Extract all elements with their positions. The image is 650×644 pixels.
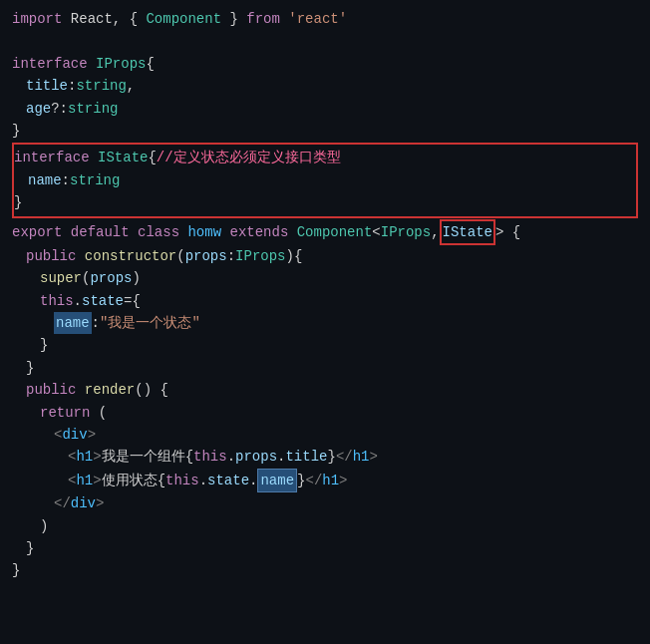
state-value-string: "我是一个状态" [100, 312, 200, 334]
code-line-10: export default class homw extends Compon… [12, 219, 638, 245]
code-line-3: interface IProps { [12, 53, 638, 75]
code-line-16: } [12, 357, 638, 379]
code-line-22: </ div > [12, 492, 638, 514]
code-line-15: } [12, 334, 638, 356]
code-line-13: this . state ={ [12, 290, 638, 312]
code-line-24: } [12, 537, 638, 559]
code-line-5: age ?: string [12, 98, 638, 120]
keyword-from: from [246, 8, 280, 30]
code-line-8: name : string [14, 169, 636, 191]
code-line-11: public constructor ( props : IProps ){ [12, 245, 638, 267]
code-line-19: < div > [12, 424, 638, 446]
code-line-2 [12, 30, 638, 52]
code-line-14: name : "我是一个状态" [12, 312, 638, 334]
code-line-7: interface IState { //定义状态必须定义接口类型 [14, 147, 636, 168]
code-line-1: import React, { Component } from 'react' [12, 8, 638, 30]
code-line-17: public render () { [12, 379, 638, 401]
code-line-6: } [12, 120, 638, 142]
code-line-12: super ( props ) [12, 267, 638, 289]
name-highlighted: name [54, 312, 92, 334]
code-line-21: < h1 > 使用状态 { this . state . name } </ h… [12, 469, 638, 492]
code-line-23: ) [12, 515, 638, 537]
comment: //定义状态必须定义接口类型 [157, 147, 341, 168]
keyword-import: import [12, 8, 62, 30]
code-editor: import React, { Component } from 'react'… [0, 0, 650, 644]
string-react: 'react' [288, 8, 347, 30]
class-homw: homw [187, 221, 221, 243]
istate-highlighted: IState [440, 219, 495, 245]
code-line-9: } [14, 191, 636, 213]
code-line-4: title : string , [12, 75, 638, 97]
code-line-25: } [12, 559, 638, 581]
state-name-highlighted: name [257, 469, 297, 492]
component-name: Component [146, 8, 221, 30]
code-line-20: < h1 > 我是一个组件 { this . props . title } <… [12, 446, 638, 468]
code-line-18: return ( [12, 402, 638, 424]
